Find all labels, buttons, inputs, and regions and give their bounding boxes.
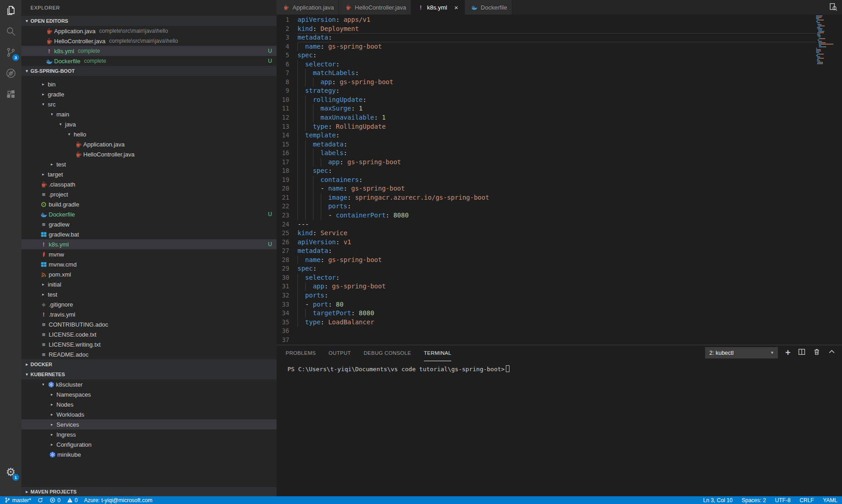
item-label: minikube <box>57 451 81 458</box>
tree-item-hellocontroller.java[interactable]: HelloController.java <box>21 149 277 159</box>
tree-item-application.java[interactable]: Application.java <box>21 139 277 149</box>
item-label: Configuration <box>56 441 91 448</box>
chevron-right-icon: ▸ <box>40 292 47 297</box>
tree-item-mvnw[interactable]: mvnw <box>21 249 277 259</box>
status-eol[interactable]: CRLF <box>800 497 814 504</box>
close-icon[interactable]: × <box>453 4 460 11</box>
section-maven-projects[interactable]: ▸ MAVEN PROJECTS <box>21 486 277 496</box>
status-warnings[interactable]: 0 <box>67 497 78 504</box>
activity-search[interactable] <box>0 21 21 42</box>
status-label: YAML <box>823 497 837 504</box>
tree-item-src[interactable]: ▾src <box>21 99 277 109</box>
tree-item-main[interactable]: ▾main <box>21 109 277 119</box>
section-open-editors[interactable]: ▾ OPEN EDITORS <box>21 16 277 26</box>
maximize-panel-icon[interactable] <box>828 348 836 358</box>
tab-hellocontroller.java[interactable]: HelloController.java <box>339 0 411 15</box>
panel-tab-problems[interactable]: PROBLEMS <box>286 345 316 361</box>
status-azure-account[interactable]: Azure: t-yiqi@microsoft.com <box>84 497 152 504</box>
warning-icon <box>67 497 73 503</box>
editor[interactable]: 1 apiVersion: apps/v1 2 kind: Deployment… <box>277 15 842 345</box>
tree-item-k8s.yml[interactable]: !k8s.yml complete U <box>21 46 277 56</box>
tree-item-hello[interactable]: ▾hello <box>21 129 277 139</box>
status-language-mode[interactable]: YAML <box>823 497 837 504</box>
tree-item-k8s.yml[interactable]: !k8s.yml U <box>21 239 277 249</box>
tree-item-gradlew[interactable]: ≡gradlew <box>21 219 277 229</box>
tab-application.java[interactable]: Application.java <box>277 0 339 15</box>
tree-item-mvnw.cmd[interactable]: mvnw.cmd <box>21 259 277 269</box>
tree-item-readme.adoc[interactable]: ≡README.adoc <box>21 349 277 359</box>
tree-item-application.java[interactable]: Application.java complete\src\main\java\… <box>21 26 277 36</box>
tree-item-configuration[interactable]: ▸Configuration <box>21 439 277 449</box>
tree-item-.gitignore[interactable]: ◆.gitignore <box>21 299 277 309</box>
tree-item-pom.xml[interactable]: pom.xml <box>21 269 277 279</box>
chevron-right-icon: ▸ <box>23 487 30 497</box>
new-terminal-icon[interactable]: + <box>785 349 791 357</box>
chevron-down-icon: ▾ <box>23 369 30 379</box>
kill-terminal-icon[interactable] <box>813 348 821 358</box>
status-errors[interactable]: 0 <box>50 497 61 504</box>
section-gs-spring-boot[interactable]: ▾ GS-SPRING-BOOT <box>21 66 277 76</box>
terminal-select-value: 2: kubectl <box>709 350 734 356</box>
badge: 3 <box>12 54 19 61</box>
open-changes-icon[interactable] <box>829 3 837 13</box>
code-line: 31 app: gs-spring-boot <box>277 282 842 291</box>
tab-dockerfile[interactable]: Dockerfile <box>465 0 512 15</box>
tree-item-license.code.txt[interactable]: ≡LICENSE.code.txt <box>21 329 277 339</box>
split-terminal-icon[interactable] <box>798 348 806 358</box>
chevron-down-icon: ▾ <box>57 122 64 126</box>
tree-item-bin[interactable]: ▸bin <box>21 79 277 89</box>
status-encoding[interactable]: UTF-8 <box>775 497 791 504</box>
line-number: 32 <box>277 291 297 300</box>
panel-tab-terminal[interactable]: TERMINAL <box>424 345 452 361</box>
tree-item-initial[interactable]: ▸initial <box>21 279 277 289</box>
tree-item-java[interactable]: ▾java <box>21 119 277 129</box>
tree-item-dockerfile[interactable]: Dockerfile complete U <box>21 56 277 66</box>
item-label: HelloController.java <box>83 151 135 158</box>
item-label: k8s.yml <box>54 48 74 55</box>
code-line: 30 selector: <box>277 273 842 282</box>
panel-tab-debug-console[interactable]: DEBUG CONSOLE <box>363 345 411 361</box>
tree-item-gradle[interactable]: ▸gradle <box>21 89 277 99</box>
tree-item-.project[interactable]: ≡.project <box>21 189 277 199</box>
line-number: 26 <box>277 238 297 247</box>
code-line: 3 metadata: <box>277 33 842 42</box>
activity-settings[interactable]: ⚙ 1 <box>0 462 21 483</box>
tree-item-.classpath[interactable]: .classpath <box>21 179 277 189</box>
activity-explorer[interactable] <box>0 0 21 21</box>
status-git-branch[interactable]: master* <box>5 497 31 504</box>
tree-item-target[interactable]: ▸target <box>21 169 277 179</box>
tree-item-.travis.yml[interactable]: !.travis.yml <box>21 309 277 319</box>
activity-debug[interactable] <box>0 63 21 84</box>
status-label: CRLF <box>800 497 814 504</box>
tree-item-hellocontroller.java[interactable]: HelloController.java complete\src\main\j… <box>21 36 277 46</box>
tree-item-ingress[interactable]: ▸Ingress <box>21 429 277 439</box>
status-indentation[interactable]: Spaces: 2 <box>741 497 766 504</box>
tree-item-nodes[interactable]: ▸Nodes <box>21 399 277 409</box>
tree-item-license.writing.txt[interactable]: ≡LICENSE.writing.txt <box>21 339 277 349</box>
tree-item-test[interactable]: ▸test <box>21 159 277 169</box>
tree-item-k8scluster[interactable]: ▾k8scluster <box>21 379 277 389</box>
tree-item-namespaces[interactable]: ▸Namespaces <box>21 389 277 399</box>
minimap[interactable] <box>816 15 842 345</box>
terminal[interactable]: PS C:\Users\t-yiqi\Documents\vs code tut… <box>277 361 842 373</box>
line-number: 6 <box>277 60 297 69</box>
tab-k8s.yml[interactable]: !k8s.yml × <box>411 0 465 15</box>
tree-item-build.gradle[interactable]: build.gradle <box>21 199 277 209</box>
activity-source-control[interactable]: 3 <box>0 42 21 63</box>
status-label: Azure: t-yiqi@microsoft.com <box>84 497 152 504</box>
status-sync[interactable] <box>37 497 43 503</box>
tree-item-gradlew.bat[interactable]: gradlew.bat <box>21 229 277 239</box>
tree-item-workloads[interactable]: ▸Workloads <box>21 409 277 419</box>
tree-item-dockerfile[interactable]: Dockerfile U <box>21 209 277 219</box>
tree-item-contributing.adoc[interactable]: ≡CONTRIBUTING.adoc <box>21 319 277 329</box>
tree-item-test[interactable]: ▸test <box>21 289 277 299</box>
panel-tab-output[interactable]: OUTPUT <box>328 345 351 361</box>
terminal-select[interactable]: 2: kubectl ▼ <box>705 347 778 358</box>
status-cursor-position[interactable]: Ln 3, Col 10 <box>703 497 733 504</box>
tree-item-minikube[interactable]: minikube <box>21 449 277 459</box>
tree-item-services[interactable]: ▸Services <box>21 419 277 429</box>
section-kubernetes[interactable]: ▾ KUBERNETES <box>21 369 277 379</box>
activity-extensions[interactable] <box>0 84 21 105</box>
section-docker[interactable]: ▸ DOCKER <box>21 359 277 369</box>
windows-icon <box>40 261 48 268</box>
